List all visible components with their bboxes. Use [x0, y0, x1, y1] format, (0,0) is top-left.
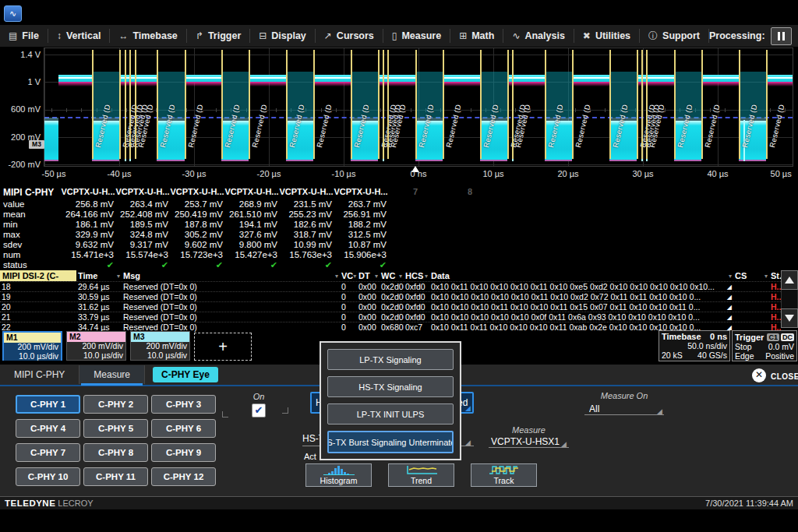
measure-row-label: status [3, 260, 61, 270]
column-header-time[interactable]: Time▾ [76, 271, 122, 280]
menu-item[interactable]: ↕ Vertical [48, 29, 110, 43]
timebase-rate: 50.0 ns/div [687, 341, 727, 351]
decode-table-title[interactable]: MIPI DSI-2 (C-PHY) [0, 270, 76, 281]
column-header-wc[interactable]: WC▾ [380, 271, 404, 280]
cphy-lane-button[interactable]: C-PHY 4 [16, 419, 80, 438]
tab-mipi-cphy[interactable]: MIPI C-PHY [0, 365, 79, 384]
menu-item-icon: ↔ [118, 30, 128, 41]
add-trace-button[interactable]: + [194, 333, 252, 361]
trace-descriptor-box[interactable]: M2 200 mV/div 10.0 µs/div [66, 331, 126, 361]
column-header-vc[interactable]: VC▾ [340, 271, 357, 280]
measure-column[interactable]: VCPTX-U-H... 263.4 mV 252.408 mV 189.5 m… [115, 187, 170, 270]
cphy-lane-button[interactable]: C-PHY 10 [16, 467, 80, 486]
timebase-box[interactable]: Timebase0 ns 50.0 ns/div 20 kS40 GS/s [659, 330, 730, 361]
menu-item[interactable]: ↱ Trigger [187, 29, 250, 43]
measure-column[interactable]: VCPTX-U-H... 231.5 mV 255.23 mV 182.6 mV… [279, 187, 334, 270]
measure-column[interactable]: VCPTX-U-H... 263.7 mV 256.91 mV 188.2 mV… [334, 187, 388, 270]
expand-icon[interactable]: ◢ [727, 284, 732, 291]
measure-mean: 256.91 mV [334, 210, 388, 220]
tab-measure[interactable]: Measure [79, 365, 145, 384]
close-icon[interactable]: ✕ [752, 368, 766, 382]
scroll-down-button[interactable] [781, 308, 798, 328]
decode-vc: 0 [340, 302, 357, 312]
column-header-msg[interactable]: Msg▾ [122, 271, 340, 280]
cphy-lane-button[interactable]: C-PHY 1 [16, 395, 80, 414]
menu-item[interactable]: ▤ File [0, 29, 48, 43]
dropdown-corner-icon: ◢ [561, 440, 567, 448]
measure-column[interactable]: VCPTX-U-H... 256.8 mV 264.166 mV 186.1 m… [61, 187, 115, 270]
cphy-lane-button[interactable]: C-PHY 9 [151, 443, 216, 462]
column-header-data[interactable]: Data▾ [429, 271, 733, 280]
cphy-lane-button[interactable]: C-PHY 3 [151, 395, 216, 414]
dropdown-option[interactable]: LP-TX Signaling [327, 349, 454, 370]
cphy-lane-button[interactable]: C-PHY 5 [83, 419, 148, 438]
pause-button[interactable] [771, 27, 792, 45]
cphy-lane-button[interactable]: C-PHY 6 [151, 419, 216, 438]
decode-status: H... [769, 282, 781, 291]
menu-item-label: Analysis [524, 30, 564, 41]
measure-on-dropdown[interactable]: All [589, 403, 659, 415]
decode-hcs: 0xfd0 [404, 302, 429, 312]
column-header-cs[interactable]: CS▾ [733, 271, 769, 280]
cphy-lane-button[interactable]: C-PHY 8 [83, 443, 148, 462]
cphy-lane-button[interactable]: C-PHY 7 [16, 443, 80, 462]
tab-cphy-eye[interactable]: C-PHY Eye [153, 367, 218, 382]
decode-row[interactable]: 18 29.64 µs Reserved (DT=0x 0) 0 0x00 0x… [0, 281, 781, 291]
trend-button[interactable]: Trend [388, 463, 454, 487]
decode-msg: Reserved (DT=0x 0) [122, 302, 340, 312]
column-header-dt[interactable]: DT▾ [357, 271, 380, 280]
decode-row[interactable]: 19 30.59 µs Reserved (DT=0x 0) 0 0x00 0x… [0, 291, 781, 301]
menu-item[interactable]: ⊟ Display [250, 29, 316, 43]
channel-descriptor-row: M1 200 mV/div 10.0 µs/div M2 200 mV/div … [2, 331, 252, 361]
menu-item[interactable]: ↗ Cursors [316, 29, 383, 43]
measure-column[interactable]: VCPTX-U-H... 253.7 mV 250.419 mV 187.8 m… [170, 187, 224, 270]
dropdown-corner-icon: ◢ [465, 405, 471, 412]
histogram-button[interactable]: Histogram [305, 463, 372, 487]
time-tick-label: 20 µs [557, 169, 578, 178]
expand-icon[interactable]: ◢ [727, 294, 732, 301]
decode-row[interactable]: 21 33.79 µs Reserved (DT=0x 0) 0 0x00 0x… [0, 312, 781, 322]
measure-mean: 264.166 mV [61, 210, 115, 220]
cphy-lane-button[interactable]: C-PHY 11 [83, 467, 148, 486]
expand-icon[interactable]: ◢ [727, 304, 732, 311]
cphy-lane-button[interactable]: C-PHY 2 [83, 395, 148, 414]
trace-descriptor-box[interactable]: M3 200 mV/div 10.0 µs/div [130, 331, 190, 361]
dropdown-option[interactable]: HS-TX Signaling [327, 376, 454, 397]
measure-dropdown[interactable]: VCPTX-U-HSX1 [491, 436, 563, 448]
processing-cluster: Processing: [709, 27, 798, 45]
menu-item[interactable]: ∿ Analysis [503, 29, 574, 43]
decode-dt: 0x00 [357, 292, 380, 301]
menu-item[interactable]: ⓘ Support [640, 29, 709, 43]
on-checkbox[interactable]: ✔ [252, 403, 266, 417]
time-tick-label: 10 µs [482, 169, 503, 178]
track-button[interactable]: Track [471, 463, 537, 487]
m3-trace-badge[interactable]: M3 [29, 140, 44, 149]
scroll-up-button[interactable] [781, 270, 798, 290]
measure-value: 268.9 mV [224, 199, 279, 210]
decode-row[interactable]: 20 31.62 µs Reserved (DT=0x 0) 0 0x00 0x… [0, 301, 781, 312]
menu-item[interactable]: ↔ Timebase [110, 29, 186, 43]
expand-icon[interactable]: ◢ [727, 314, 732, 321]
measure-column[interactable]: VCPTX-U-H... 268.9 mV 261.510 mV 194.1 m… [224, 187, 279, 270]
menu-item[interactable]: ▯ Measure [383, 29, 450, 43]
sort-icon: ▾ [117, 273, 120, 280]
column-header-hcs[interactable]: HCS▾ [404, 271, 429, 280]
column-header-st[interactable]: St... [769, 271, 781, 280]
menu-item[interactable]: ⊞ Math [450, 29, 503, 43]
menu-item-icon: ▤ [9, 30, 17, 41]
app-icon[interactable]: ∿ [4, 5, 22, 22]
menu-item-icon: ✖ [583, 30, 591, 41]
measure-row-label: min [3, 220, 61, 230]
close-button-label[interactable]: CLOSE [771, 372, 798, 381]
brand-logo: TELEDYNELECROY [5, 499, 94, 508]
trace-descriptor-box[interactable]: M1 200 mV/div 10.0 µs/div [2, 331, 62, 361]
menu-item-icon: ↕ [57, 30, 62, 41]
menu-item[interactable]: ✖ Utilities [574, 29, 640, 43]
measure-sdev: 9.317 mV [115, 240, 170, 250]
waveform-grid[interactable]: Reserved (DReserved (DReserved (DReserve… [44, 48, 793, 166]
cphy-lane-button[interactable]: C-PHY 12 [151, 467, 216, 486]
trigger-box[interactable]: Trigger C1DC Stop0.0 mV EdgePositive [732, 330, 797, 361]
scroll-track[interactable] [781, 290, 798, 308]
dropdown-option[interactable]: HS-TX Burst Signaling Unterminated [327, 431, 454, 453]
dropdown-option[interactable]: LP-TX INIT ULPS [327, 403, 454, 425]
